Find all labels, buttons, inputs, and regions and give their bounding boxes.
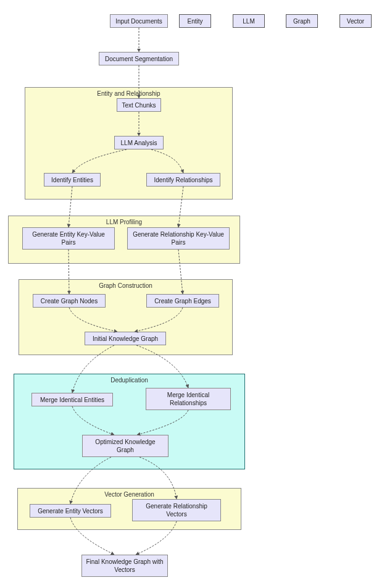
node-label: Identify Relationships bbox=[154, 176, 212, 184]
legend-label: Entity bbox=[187, 17, 202, 25]
node-label: Final Knowledge Graph with Vectors bbox=[86, 558, 164, 574]
subgraph-label: LLM Profiling bbox=[106, 219, 142, 225]
node-label: Merge Identical Entities bbox=[40, 396, 104, 404]
node-optimized-knowledge-graph: Optimized Knowledge Graph bbox=[82, 435, 169, 457]
node-label: Optimized Knowledge Graph bbox=[86, 438, 164, 454]
subgraph-label: Deduplication bbox=[110, 377, 148, 384]
node-label: Generate Relationship Vectors bbox=[136, 502, 217, 518]
node-label: Generate Relationship Key-Value Pairs bbox=[131, 230, 225, 246]
subgraph-label: Vector Generation bbox=[104, 491, 154, 498]
node-create-graph-nodes: Create Graph Nodes bbox=[33, 294, 106, 308]
node-generate-entity-kv: Generate Entity Key-Value Pairs bbox=[22, 227, 115, 250]
node-merge-identical-entities: Merge Identical Entities bbox=[31, 393, 113, 406]
node-input-documents: Input Documents bbox=[110, 14, 168, 28]
subgraph-label: Graph Construction bbox=[99, 282, 152, 289]
node-label: Merge Identical Relationships bbox=[150, 391, 227, 407]
node-label: Document Segmentation bbox=[105, 55, 173, 63]
node-create-graph-edges: Create Graph Edges bbox=[146, 294, 219, 308]
node-label: Create Graph Edges bbox=[154, 297, 211, 305]
node-label: Generate Entity Vectors bbox=[38, 507, 103, 515]
legend-label: LLM bbox=[243, 17, 254, 25]
node-label: LLM Analysis bbox=[121, 139, 157, 147]
legend-llm: LLM bbox=[233, 14, 265, 28]
legend-graph: Graph bbox=[286, 14, 318, 28]
subgraph-label: Entity and Relationship bbox=[97, 90, 160, 97]
flowchart-canvas: Entity LLM Graph Vector Entity and Relat… bbox=[0, 0, 379, 588]
node-identify-relationships: Identify Relationships bbox=[146, 173, 220, 187]
node-label: Create Graph Nodes bbox=[41, 297, 98, 305]
node-label: Generate Entity Key-Value Pairs bbox=[27, 230, 110, 246]
node-llm-analysis: LLM Analysis bbox=[114, 136, 164, 149]
node-label: Initial Knowledge Graph bbox=[93, 335, 158, 343]
node-identify-entities: Identify Entities bbox=[44, 173, 101, 187]
node-generate-relationship-vectors: Generate Relationship Vectors bbox=[132, 499, 221, 521]
legend-entity: Entity bbox=[179, 14, 211, 28]
legend-label: Graph bbox=[293, 17, 310, 25]
node-final-knowledge-graph: Final Knowledge Graph with Vectors bbox=[81, 555, 168, 577]
legend-label: Vector bbox=[347, 17, 364, 25]
node-label: Identify Entities bbox=[51, 176, 93, 184]
node-document-segmentation: Document Segmentation bbox=[99, 52, 179, 65]
node-text-chunks: Text Chunks bbox=[117, 98, 161, 112]
node-label: Input Documents bbox=[115, 17, 162, 25]
node-merge-identical-relationships: Merge Identical Relationships bbox=[146, 388, 231, 410]
node-label: Text Chunks bbox=[122, 101, 156, 109]
legend-vector: Vector bbox=[339, 14, 372, 28]
node-generate-entity-vectors: Generate Entity Vectors bbox=[30, 504, 111, 518]
node-initial-knowledge-graph: Initial Knowledge Graph bbox=[85, 332, 166, 345]
node-generate-relationship-kv: Generate Relationship Key-Value Pairs bbox=[127, 227, 230, 250]
